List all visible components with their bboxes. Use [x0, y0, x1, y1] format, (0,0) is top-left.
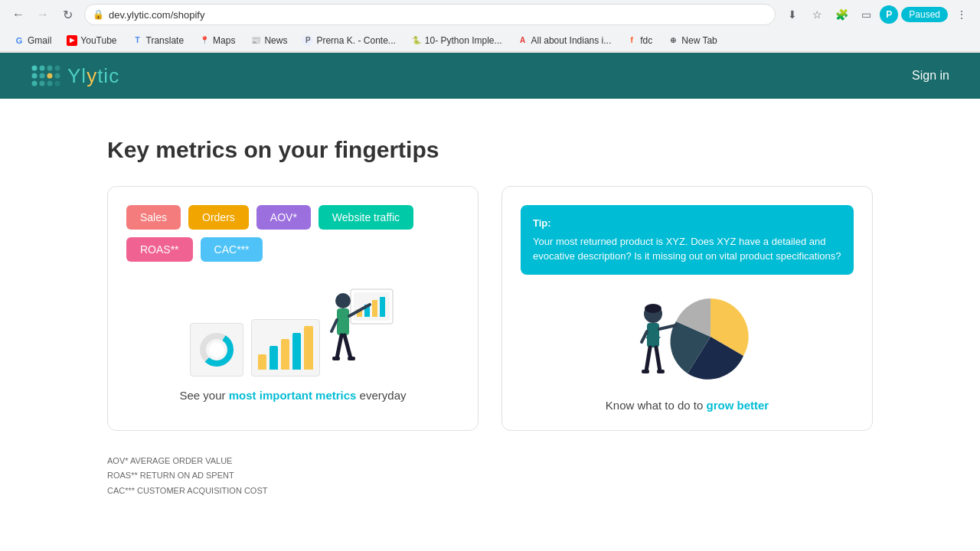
extensions-icon[interactable]: 🧩	[831, 4, 852, 25]
bookmark-youtube[interactable]: ▶ YouTube	[60, 34, 122, 47]
logo-text: Ylytic	[67, 64, 119, 88]
tip-box: Tip: Your most returned product is XYZ. …	[521, 205, 854, 275]
svg-point-21	[335, 293, 351, 308]
prerna-favicon: P	[302, 35, 313, 46]
bookmark-youtube-label: YouTube	[80, 35, 116, 46]
bookmarks-bar: G Gmail ▶ YouTube T Translate 📍 Maps 📰 N…	[0, 29, 980, 52]
svg-point-30	[645, 304, 662, 313]
donut-chart-svg	[198, 331, 236, 369]
sign-in-button[interactable]: Sign in	[912, 69, 949, 83]
svg-rect-19	[372, 300, 377, 317]
download-icon[interactable]: ⬇	[782, 4, 803, 25]
paused-button[interactable]: Paused	[901, 7, 948, 22]
svg-point-14	[209, 342, 224, 357]
footnote-cac: CAC*** CUSTOMER ACQUISITION COST	[107, 484, 873, 499]
caption-plain-2: Know what to do to	[606, 399, 707, 412]
metric-badges: Sales Orders AOV* Website traffic ROAS**…	[126, 205, 459, 262]
bookmark-news-label: News	[264, 35, 287, 46]
badge-roas: ROAS**	[126, 237, 193, 262]
svg-rect-27	[332, 357, 340, 360]
svg-rect-20	[380, 297, 385, 317]
badge-sales: Sales	[126, 205, 181, 230]
tab-search-icon[interactable]: ▭	[855, 4, 877, 25]
svg-line-34	[646, 347, 650, 371]
badge-orders: Orders	[188, 205, 249, 230]
browser-top-bar: ← → ↻ 🔒 dev.ylytic.com/shopify ⬇ ☆ 🧩 ▭ P…	[0, 0, 980, 29]
caption-highlight-2: grow better	[707, 399, 769, 412]
main-content: Key metrics on your fingertips Sales Ord…	[0, 99, 980, 537]
forward-button[interactable]: →	[32, 4, 54, 25]
svg-line-25	[337, 335, 341, 358]
nav-buttons: ← → ↻	[8, 4, 78, 25]
svg-line-26	[345, 335, 351, 358]
svg-point-5	[40, 73, 45, 79]
address-bar[interactable]: 🔒 dev.ylytic.com/shopify	[84, 4, 776, 25]
bookmark-maps-label: Maps	[213, 35, 235, 46]
bookmark-translate-label: Translate	[146, 35, 185, 46]
bookmark-icon[interactable]: ☆	[806, 4, 828, 25]
bookmark-python-label: 10- Python Imple...	[425, 35, 502, 46]
reload-button[interactable]: ↻	[57, 4, 78, 25]
badge-aov: AOV*	[256, 205, 311, 230]
bookmark-news[interactable]: 📰 News	[244, 34, 293, 47]
svg-point-2	[47, 66, 53, 71]
url-text: dev.ylytic.com/shopify	[109, 9, 204, 21]
bookmark-prerna-label: Prerna K. - Conte...	[316, 35, 395, 46]
left-card-caption: See your most important metrics everyday	[126, 389, 459, 402]
maps-favicon: 📍	[199, 35, 210, 46]
bookmark-fdc-label: fdc	[640, 35, 652, 46]
translate-favicon: T	[132, 35, 143, 46]
page-heading: Key metrics on your fingertips	[107, 137, 873, 163]
svg-point-11	[55, 81, 60, 86]
svg-point-7	[55, 73, 60, 79]
bookmark-prerna[interactable]: P Prerna K. - Conte...	[296, 34, 401, 47]
bookmark-translate[interactable]: T Translate	[126, 34, 191, 47]
bar-chart-box	[251, 319, 320, 377]
badge-cac: CAC***	[201, 237, 263, 262]
svg-rect-31	[647, 323, 659, 347]
person-presentation-svg	[328, 282, 397, 373]
fdc-favicon: f	[626, 35, 637, 46]
svg-rect-22	[337, 308, 349, 335]
profile-button[interactable]: P	[880, 5, 898, 24]
footnotes: AOV* AVERAGE ORDER VALUE ROAS** RETURN O…	[107, 454, 873, 499]
logo: Ylytic	[31, 64, 119, 88]
bookmark-indians[interactable]: A All about Indians i...	[511, 34, 618, 47]
indians-favicon: A	[518, 35, 528, 46]
left-card-illustration	[126, 277, 459, 377]
svg-point-3	[55, 66, 60, 71]
newtab-favicon: ⊕	[668, 35, 678, 46]
pie-illustration	[521, 287, 854, 386]
right-card-caption: Know what to do to grow better	[521, 399, 854, 412]
svg-point-0	[32, 66, 38, 71]
svg-rect-28	[348, 357, 355, 360]
bookmark-indians-label: All about Indians i...	[531, 35, 612, 46]
bookmark-python[interactable]: 🐍 10- Python Imple...	[405, 34, 508, 47]
browser-actions: ⬇ ☆ 🧩 ▭ P Paused ⋮	[782, 4, 972, 25]
badge-traffic: Website traffic	[318, 205, 413, 230]
news-favicon: 📰	[250, 35, 261, 46]
svg-point-9	[40, 81, 45, 86]
svg-point-10	[47, 81, 53, 86]
gmail-favicon: G	[14, 35, 24, 46]
bookmark-maps[interactable]: 📍 Maps	[193, 34, 241, 47]
browser-chrome: ← → ↻ 🔒 dev.ylytic.com/shopify ⬇ ☆ 🧩 ▭ P…	[0, 0, 980, 53]
footnote-aov: AOV* AVERAGE ORDER VALUE	[107, 454, 873, 469]
back-button[interactable]: ←	[8, 4, 29, 25]
youtube-favicon: ▶	[67, 35, 77, 46]
navbar: Ylytic Sign in	[0, 53, 980, 99]
svg-point-6	[47, 73, 53, 79]
donut-chart-box	[190, 323, 243, 377]
svg-point-8	[32, 81, 38, 86]
lock-icon: 🔒	[93, 9, 104, 20]
svg-rect-37	[657, 370, 665, 373]
bookmark-newtab[interactable]: ⊕ New Tab	[662, 34, 723, 47]
svg-point-4	[32, 73, 38, 79]
bookmark-newtab-label: New Tab	[681, 35, 717, 46]
caption-plain-1: See your	[180, 389, 229, 402]
logo-dots-icon	[31, 64, 61, 87]
menu-icon[interactable]: ⋮	[951, 4, 972, 25]
bookmark-fdc[interactable]: f fdc	[620, 34, 658, 47]
bookmark-gmail[interactable]: G Gmail	[8, 34, 57, 47]
svg-point-1	[40, 66, 45, 71]
